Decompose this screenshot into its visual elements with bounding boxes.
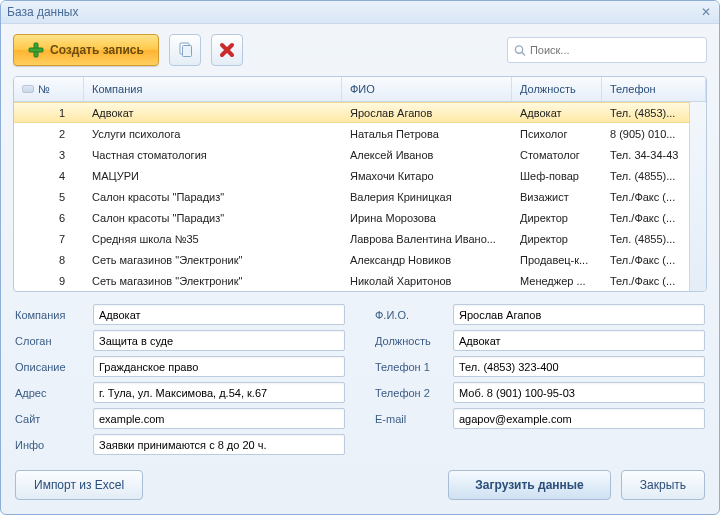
copy-icon [176,41,194,59]
cell-company: Услуги психолога [84,128,342,140]
col-header-phone[interactable]: Телефон [602,77,706,101]
copy-button[interactable] [169,34,201,66]
search-icon [514,44,526,57]
sort-indicator-icon [22,85,34,93]
cell-phone: Тел. (4855)... [602,170,706,182]
table-row[interactable]: 1АдвокатЯрослав АгаповАдвокатТел. (4853)… [14,102,706,123]
search-input[interactable] [530,44,700,56]
cell-num: 5 [14,191,84,203]
cell-phone: Тел. 34-34-43 [602,149,706,161]
table-row[interactable]: 8Сеть магазинов "Электроник"Александр Но… [14,249,706,270]
col-header-company[interactable]: Компания [84,77,342,101]
table-row[interactable]: 2Услуги психологаНаталья ПетроваПсихолог… [14,123,706,144]
input-address[interactable] [93,382,345,403]
toolbar: Создать запись [1,24,719,74]
svg-point-4 [515,46,522,53]
cell-phone: Тел./Факс (... [602,191,706,203]
cell-fio: Ямахочи Китаро [342,170,512,182]
cell-fio: Ирина Морозова [342,212,512,224]
label-email: E-mail [375,413,453,425]
cell-fio: Ярослав Агапов [342,107,512,119]
cell-position: Визажист [512,191,602,203]
svg-rect-1 [29,48,43,52]
label-desc: Описание [15,361,93,373]
cell-position: Менеджер ... [512,275,602,287]
cell-position: Психолог [512,128,602,140]
label-phone2: Телефон 2 [375,387,453,399]
label-phone1: Телефон 1 [375,361,453,373]
svg-rect-3 [182,46,191,57]
table-row[interactable]: 9Сеть магазинов "Электроник"Николай Хари… [14,270,706,291]
input-position[interactable] [453,330,705,351]
cell-num: 4 [14,170,84,182]
input-phone1[interactable] [453,356,705,377]
col-header-position[interactable]: Должность [512,77,602,101]
search-box[interactable] [507,37,707,63]
delete-button[interactable] [211,34,243,66]
input-site[interactable] [93,408,345,429]
detail-form: Компания Слоган Описание Адрес Сайт Инфо… [1,298,719,460]
cell-company: МАЦУРИ [84,170,342,182]
table-row[interactable]: 3Частная стоматологияАлексей ИвановСтома… [14,144,706,165]
close-icon[interactable]: ✕ [699,5,713,19]
cell-company: Сеть магазинов "Электроник" [84,275,342,287]
create-record-label: Создать запись [50,43,144,57]
label-position: Должность [375,335,453,347]
svg-line-5 [522,52,525,55]
input-info[interactable] [93,434,345,455]
table-row[interactable]: 4МАЦУРИЯмахочи КитароШеф-поварТел. (4855… [14,165,706,186]
titlebar: База данных ✕ [1,1,719,24]
cell-fio: Валерия Криницкая [342,191,512,203]
window-title: База данных [7,5,699,19]
cell-phone: Тел./Факс (... [602,254,706,266]
cell-num: 9 [14,275,84,287]
cell-position: Директор [512,212,602,224]
create-record-button[interactable]: Создать запись [13,34,159,66]
close-button[interactable]: Закрыть [621,470,705,500]
grid-body[interactable]: 1АдвокатЯрослав АгаповАдвокатТел. (4853)… [14,102,706,292]
col-header-fio[interactable]: ФИО [342,77,512,101]
input-phone2[interactable] [453,382,705,403]
load-data-button[interactable]: Загрузить данные [448,470,611,500]
label-address: Адрес [15,387,93,399]
cell-fio: Алексей Иванов [342,149,512,161]
cell-fio: Александр Новиков [342,254,512,266]
grid-header: № Компания ФИО Должность Телефон [14,77,706,102]
table-row[interactable]: 10Сеть магазинов "Электроник"Юлия Самсон… [14,291,706,292]
cell-phone: Тел. (4853)... [602,107,706,119]
cell-position: Адвокат [512,107,602,119]
import-excel-button[interactable]: Импорт из Excel [15,470,143,500]
cell-position: Стоматолог [512,149,602,161]
database-window: База данных ✕ Создать запись № Компания … [0,0,720,515]
cell-num: 6 [14,212,84,224]
cell-position: Шеф-повар [512,170,602,182]
cell-num: 2 [14,128,84,140]
cell-company: Адвокат [84,107,342,119]
cell-position: Продавец-к... [512,254,602,266]
cell-fio: Николай Харитонов [342,275,512,287]
input-slogan[interactable] [93,330,345,351]
cell-phone: 8 (905) 010... [602,128,706,140]
label-info: Инфо [15,439,93,451]
cell-phone: Тел./Факс (... [602,212,706,224]
cell-num: 1 [14,107,84,119]
table-row[interactable]: 6Салон красоты "Парадиз"Ирина МорозоваДи… [14,207,706,228]
footer: Импорт из Excel Загрузить данные Закрыть [1,460,719,514]
cell-phone: Тел. (4855)... [602,233,706,245]
cell-company: Средняя школа №35 [84,233,342,245]
delete-icon [219,42,235,58]
label-site: Сайт [15,413,93,425]
col-header-num[interactable]: № [14,77,84,101]
input-company[interactable] [93,304,345,325]
table-row[interactable]: 5Салон красоты "Парадиз"Валерия Криницка… [14,186,706,207]
input-email[interactable] [453,408,705,429]
cell-num: 7 [14,233,84,245]
input-desc[interactable] [93,356,345,377]
cell-company: Салон красоты "Парадиз" [84,212,342,224]
cell-num: 8 [14,254,84,266]
table-row[interactable]: 7Средняя школа №35Лаврова Валентина Иван… [14,228,706,249]
cell-company: Сеть магазинов "Электроник" [84,254,342,266]
cell-position: Директор [512,233,602,245]
input-fio[interactable] [453,304,705,325]
label-company: Компания [15,309,93,321]
